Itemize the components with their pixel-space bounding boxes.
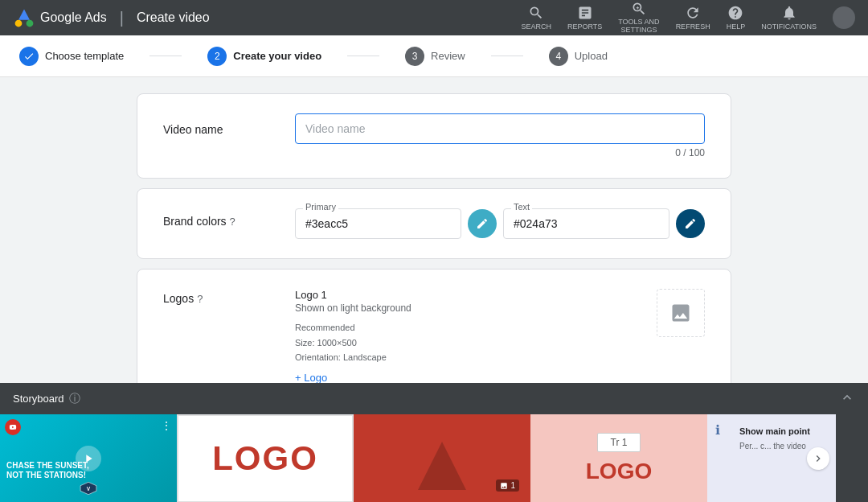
slide5-desc: Per... c... the video (739, 441, 806, 452)
step-upload[interactable]: 4 Upload (549, 47, 608, 66)
text-color-picker-btn[interactable] (676, 209, 705, 238)
tools-nav-label: TOOLS ANDSETTINGS (618, 19, 659, 35)
nav-right: SEARCH REPORTS TOOLS ANDSETTINGS REFRESH… (521, 1, 855, 35)
slide5-arrow-btn[interactable] (807, 447, 829, 470)
logos-row: Logos ? Logo 1 Shown on light background… (163, 289, 705, 383)
add-logo-btn[interactable]: + Logo (295, 372, 327, 383)
logo-icon (13, 6, 35, 29)
svg-point-1 (15, 20, 23, 27)
logo1-size: Size: 1000×500 (295, 338, 357, 348)
brand-colors-label-wrap: Brand colors ? (163, 208, 276, 228)
step-4-label: Upload (575, 50, 608, 62)
storyboard-slide-4[interactable]: Tr 1 LOGO (530, 414, 707, 502)
char-count: 0 / 100 (295, 147, 705, 158)
slide4-logo-text: LOGO (586, 459, 652, 484)
brand-colors-card: Brand colors ? Primary Text (137, 188, 731, 259)
logo1-recommended: Recommended (295, 323, 355, 332)
slide4-background: Tr 1 LOGO (530, 414, 707, 502)
step-connector-1 (149, 56, 182, 56)
step-3-circle: 3 (405, 47, 424, 66)
svg-marker-3 (18, 10, 30, 20)
stepper: Choose template 2 Create your video 3 Re… (0, 35, 868, 77)
step-4-circle: 4 (549, 47, 568, 66)
step-connector-2 (347, 56, 379, 56)
step-1-circle (19, 47, 39, 66)
storyboard-info-icon[interactable]: ⓘ (69, 392, 80, 406)
refresh-nav-label: REFRESH (676, 23, 710, 31)
page-title: Create video (137, 10, 210, 25)
google-ads-label: Google Ads (40, 10, 107, 25)
tools-nav-item[interactable]: TOOLS ANDSETTINGS (618, 1, 659, 35)
primary-color-label: Primary (303, 202, 338, 212)
logo1-subtitle: Shown on light background (295, 302, 411, 314)
svg-point-2 (27, 20, 34, 27)
notifications-nav-item[interactable]: NOTIFICATIONS (761, 5, 817, 31)
help-nav-label: HELP (727, 23, 746, 31)
notifications-nav-label: NOTIFICATIONS (761, 23, 817, 31)
video-name-input-wrap (295, 113, 705, 144)
nav-divider: | (120, 9, 124, 27)
primary-color-wrap: Primary (295, 208, 461, 239)
brand-colors-inputs: Primary Text (295, 208, 705, 239)
svg-text:V: V (87, 486, 91, 492)
logo1-title: Logo 1 (295, 289, 411, 301)
top-navigation: Google Ads | Create video SEARCH REPORTS… (0, 0, 868, 35)
logo1-meta: Recommended Size: 1000×500 Orientation: … (295, 320, 411, 365)
storyboard-slides: ⋮ CHASE THE SUNSET,NOT THE STATIONS! V L… (0, 414, 868, 502)
slide5-title: Show main point (739, 426, 810, 438)
google-ads-logo: Google Ads (13, 6, 107, 29)
logo1-actions: + Logo Required (295, 372, 411, 383)
slide3-shape (418, 442, 466, 490)
refresh-nav-item[interactable]: REFRESH (676, 5, 710, 31)
slide1-youtube-badge (5, 419, 21, 435)
main-content: Video name 0 / 100 Brand colors ? Primar… (0, 77, 868, 383)
step-1-label: Choose template (45, 50, 124, 62)
step-2-circle: 2 (207, 47, 227, 66)
storyboard-slide-3[interactable]: 1 (354, 414, 530, 502)
logos-help-icon[interactable]: ? (197, 293, 203, 305)
slide2-background: LOGO (178, 415, 353, 502)
storyboard-collapse-btn[interactable] (839, 389, 855, 408)
storyboard-header-left: Storyboard ⓘ (13, 392, 80, 406)
text-color-label: Text (511, 202, 532, 212)
video-name-input[interactable] (295, 113, 705, 144)
reports-nav-item[interactable]: REPORTS (567, 5, 602, 31)
step-2-label: Create your video (233, 50, 321, 62)
step-connector-3 (491, 56, 523, 56)
slide5-background: ℹ Show main point Per... c... the video (707, 414, 836, 502)
step-choose-template[interactable]: Choose template (19, 47, 124, 66)
slide3-badge-count: 1 (510, 481, 515, 490)
video-name-label: Video name (163, 113, 276, 136)
reports-nav-label: REPORTS (567, 23, 602, 31)
step-3-label: Review (431, 50, 465, 62)
primary-color-picker-btn[interactable] (468, 209, 497, 238)
text-color-wrap: Text (503, 208, 669, 239)
brand-colors-help-icon[interactable]: ? (230, 216, 235, 228)
brand-colors-label: Brand colors (163, 215, 227, 228)
brand-colors-row: Brand colors ? Primary Text (163, 208, 705, 239)
step-create-video[interactable]: 2 Create your video (207, 47, 321, 66)
logos-info-section: Logo 1 Shown on light background Recomme… (295, 289, 411, 383)
storyboard-label: Storyboard (13, 393, 64, 405)
text-color-input[interactable] (503, 208, 669, 239)
user-avatar[interactable] (833, 6, 855, 29)
slide5-info-icon: ℹ (715, 422, 720, 438)
add-logo-label: + Logo (295, 372, 327, 383)
primary-color-input[interactable] (295, 208, 461, 239)
slide1-menu-icon[interactable]: ⋮ (161, 419, 172, 432)
storyboard-header: Storyboard ⓘ (0, 383, 868, 414)
slide1-text: CHASE THE SUNSET,NOT THE STATIONS! (6, 461, 170, 480)
storyboard-slide-5[interactable]: ℹ Show main point Per... c... the video (707, 414, 836, 502)
slide4-textbox: Tr 1 (597, 433, 641, 452)
logo-placeholder (657, 289, 705, 337)
logos-content: Logo 1 Shown on light background Recomme… (295, 289, 705, 383)
logo1-orientation: Orientation: Landscape (295, 352, 387, 362)
help-nav-item[interactable]: HELP (727, 5, 746, 31)
storyboard-slide-1[interactable]: ⋮ CHASE THE SUNSET,NOT THE STATIONS! V (0, 414, 177, 502)
slide1-logo: V (80, 481, 97, 498)
logos-label-wrap: Logos ? (163, 289, 276, 305)
step-review[interactable]: 3 Review (405, 47, 465, 66)
logos-label: Logos (163, 292, 194, 305)
search-nav-item[interactable]: SEARCH (521, 5, 551, 31)
storyboard-slide-2[interactable]: LOGO (177, 414, 354, 502)
